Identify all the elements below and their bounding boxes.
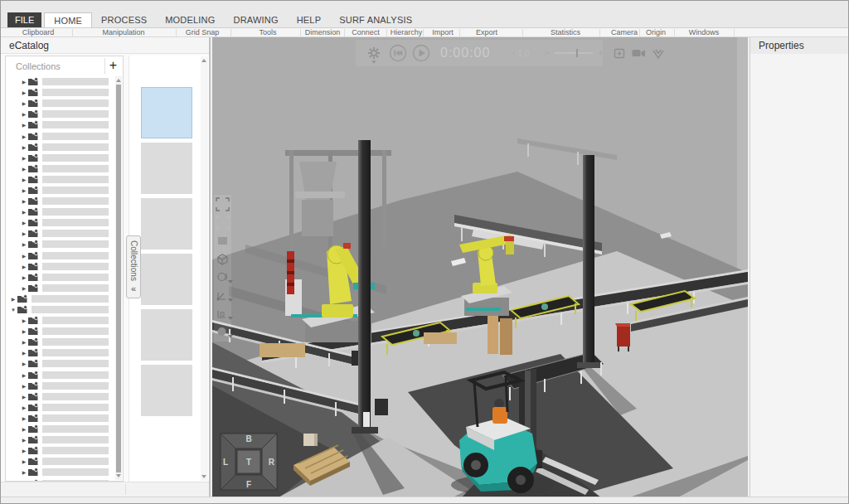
expand-arrow-icon[interactable]: ▶ <box>9 296 17 302</box>
tree-item[interactable]: ▶ <box>6 293 114 304</box>
expand-arrow-icon[interactable]: ▶ <box>20 264 28 269</box>
file-menu-button[interactable]: FILE <box>7 12 41 27</box>
tree-item[interactable]: ▶ <box>6 424 114 434</box>
expand-arrow-icon[interactable]: ▶ <box>20 350 28 356</box>
expand-arrow-icon[interactable]: ▶ <box>20 328 28 334</box>
play-button[interactable] <box>412 44 430 62</box>
nav-cube-top-face[interactable]: T <box>246 458 251 467</box>
dropdown-caret-icon[interactable] <box>228 298 233 302</box>
add-collection-button[interactable]: + <box>104 58 121 74</box>
tab-modeling[interactable]: MODELING <box>156 12 224 27</box>
expand-arrow-icon[interactable]: ▶ <box>20 458 28 464</box>
render-mode-icon[interactable] <box>216 325 230 339</box>
slider-track[interactable] <box>555 52 593 54</box>
expand-arrow-icon[interactable]: ▶ <box>20 361 28 366</box>
tree-item[interactable]: ▶ <box>6 434 114 445</box>
expand-arrow-icon[interactable]: ▶ <box>20 405 28 410</box>
expand-arrow-icon[interactable]: ▶ <box>20 317 28 323</box>
vc-logo-icon[interactable] <box>652 47 665 60</box>
tree-item[interactable]: ▶ <box>6 413 114 424</box>
jog-tool-icon[interactable] <box>216 288 230 303</box>
nav-cube-back-face[interactable]: B <box>245 434 251 443</box>
scroll-up-icon[interactable] <box>201 59 206 62</box>
catalog-item-thumbnail[interactable] <box>141 143 192 194</box>
3d-viewport[interactable]: 0:00:00 1.0 − + <box>212 37 748 498</box>
tree-item[interactable]: ▶ <box>6 163 114 174</box>
tree-item[interactable]: ▶ <box>6 283 114 293</box>
tree-item[interactable]: ▶ <box>6 174 114 185</box>
speed-control[interactable]: 1.0 <box>512 49 529 58</box>
tree-item[interactable]: ▶ <box>6 153 114 163</box>
expand-arrow-icon[interactable]: ▶ <box>20 230 28 236</box>
expand-arrow-icon[interactable]: ▶ <box>20 285 28 291</box>
collapse-panel-icon[interactable]: « <box>131 284 136 293</box>
scroll-down-icon[interactable] <box>116 474 121 477</box>
expand-arrow-icon[interactable]: ▶ <box>20 144 28 150</box>
tree-item[interactable]: ▶ <box>6 358 114 369</box>
scroll-down-icon[interactable] <box>201 475 206 478</box>
tree-item[interactable]: ▶ <box>6 119 114 130</box>
tree-item[interactable]: ▶ <box>6 228 114 239</box>
tree-item[interactable]: ▶ <box>6 206 114 217</box>
tree-item[interactable]: ▶ <box>6 76 114 87</box>
expand-arrow-icon[interactable]: ▶ <box>20 241 28 247</box>
tree-item[interactable]: ▶ <box>6 467 114 477</box>
tree-item[interactable]: ▶ <box>6 456 114 467</box>
tab-surf-analysis[interactable]: SURF ANALYSIS <box>330 12 421 27</box>
measure-tool-icon[interactable] <box>216 307 230 321</box>
expand-arrow-icon[interactable]: ▶ <box>20 209 28 215</box>
expand-arrow-icon[interactable]: ▶ <box>20 274 28 280</box>
tree-item[interactable]: ▶ <box>6 109 114 119</box>
expand-arrow-icon[interactable]: ▼ <box>9 308 17 313</box>
tab-help[interactable]: HELP <box>288 12 331 27</box>
slider-thumb[interactable] <box>576 49 578 57</box>
expand-arrow-icon[interactable]: ▶ <box>20 372 28 378</box>
export-pdf-icon[interactable] <box>614 47 626 60</box>
tree-item[interactable]: ▶ <box>6 337 114 347</box>
tree-item[interactable]: ▶ <box>6 380 114 391</box>
tree-item[interactable]: ▶ <box>6 261 114 272</box>
dropdown-caret-icon[interactable] <box>228 317 233 320</box>
scrollbar-thumb[interactable] <box>116 85 121 472</box>
catalog-item-thumbnail[interactable] <box>141 87 192 138</box>
tree-item[interactable]: ▶ <box>6 370 114 380</box>
tree-item[interactable]: ▶ <box>6 98 114 109</box>
collections-side-tab[interactable]: Collections « <box>126 235 141 298</box>
catalog-item-thumbnail[interactable] <box>141 365 192 416</box>
expand-arrow-icon[interactable]: ▶ <box>20 133 28 139</box>
tree-item[interactable]: ▶ <box>6 315 114 326</box>
tree-item[interactable]: ▶ <box>6 239 114 250</box>
tree-item[interactable]: ▶ <box>6 196 114 206</box>
expand-arrow-icon[interactable]: ▶ <box>20 220 28 225</box>
dropdown-caret-icon[interactable] <box>228 335 233 338</box>
expand-arrow-icon[interactable]: ▶ <box>20 383 28 389</box>
navigation-cube[interactable]: B L T R F <box>219 432 279 492</box>
expand-arrow-icon[interactable]: ▶ <box>20 198 28 204</box>
catalog-item-thumbnail[interactable] <box>141 198 192 250</box>
catalog-item-thumbnail[interactable] <box>141 309 192 361</box>
tree-item[interactable]: ▶ <box>6 87 114 98</box>
tree-item[interactable]: ▶ <box>6 272 114 283</box>
fit-view-icon[interactable] <box>216 197 230 211</box>
expand-arrow-icon[interactable]: ▶ <box>20 426 28 432</box>
tree-item[interactable]: ▶ <box>6 391 114 402</box>
expand-arrow-icon[interactable]: ▶ <box>20 111 28 117</box>
expand-arrow-icon[interactable]: ▶ <box>20 469 28 475</box>
record-video-icon[interactable] <box>632 48 646 59</box>
fit-selection-icon[interactable] <box>216 216 230 230</box>
slider-decrease-button[interactable]: − <box>544 47 550 59</box>
expand-arrow-icon[interactable]: ▶ <box>20 394 28 400</box>
tree-item[interactable]: ▶ <box>6 347 114 358</box>
expand-arrow-icon[interactable]: ▶ <box>20 100 28 106</box>
nav-cube-front-face[interactable]: F <box>246 480 251 489</box>
expand-arrow-icon[interactable]: ▶ <box>20 339 28 345</box>
plane-view-icon[interactable] <box>216 234 230 248</box>
expand-arrow-icon[interactable]: ▶ <box>20 166 28 172</box>
simulation-settings-gear-icon[interactable] <box>367 46 381 60</box>
dropdown-caret-icon[interactable] <box>228 280 233 284</box>
tree-item[interactable]: ▶ <box>6 445 114 456</box>
orbit-tool-icon[interactable] <box>216 270 230 284</box>
tree-item[interactable]: ▶ <box>6 142 114 153</box>
tree-item[interactable]: ▶ <box>6 130 114 141</box>
nav-cube-left-face[interactable]: L <box>223 458 228 467</box>
